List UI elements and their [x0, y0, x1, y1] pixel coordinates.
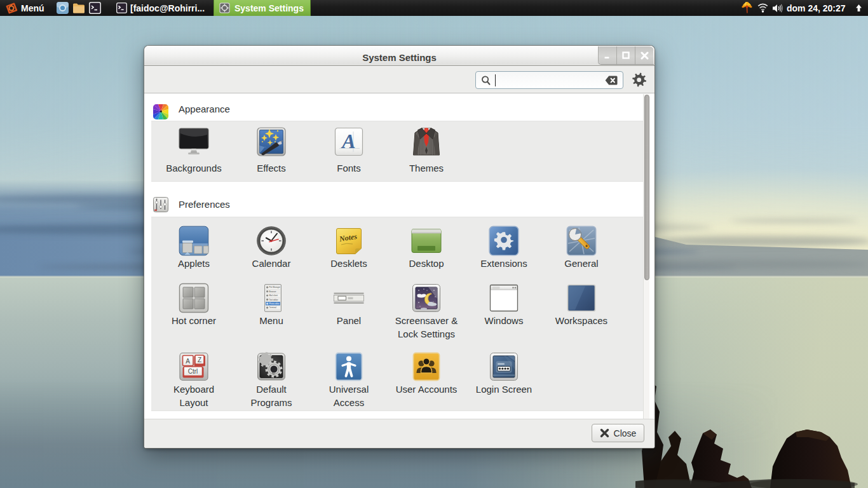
svg-text:Photo editor: Photo editor [269, 302, 280, 305]
svg-text:Terminal: Terminal [269, 306, 277, 309]
svg-text:Browser: Browser [269, 290, 276, 293]
svg-text:A: A [341, 130, 355, 152]
svg-text:A: A [186, 358, 190, 365]
svg-text:Text editor: Text editor [269, 299, 278, 301]
svg-text:File Manager: File Manager [269, 286, 281, 288]
svg-text:Ctrl: Ctrl [188, 368, 198, 375]
svg-text:Mail client: Mail client [269, 294, 278, 297]
svg-text:Z: Z [198, 356, 201, 363]
